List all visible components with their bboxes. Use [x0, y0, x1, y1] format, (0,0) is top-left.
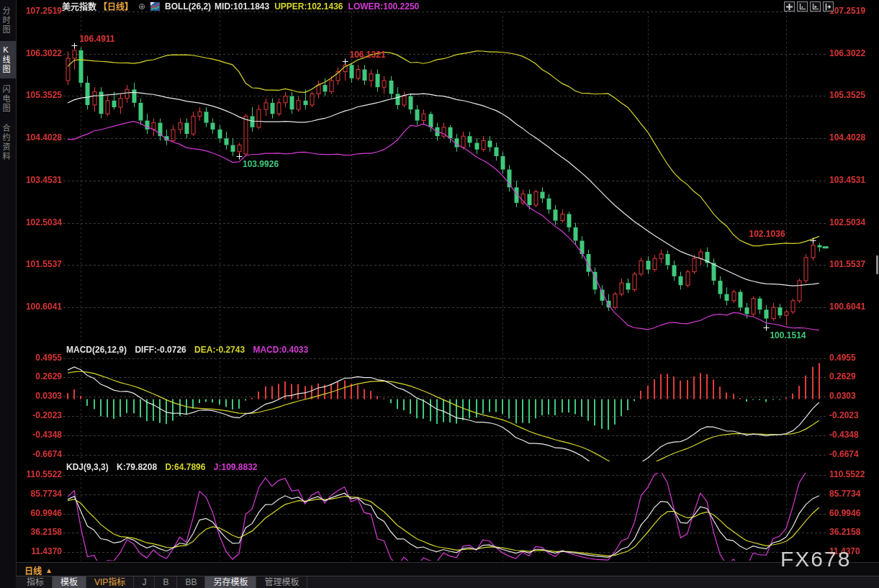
price-axis-label: 104.4028: [17, 132, 62, 143]
sidebar-tab-kline-chart[interactable]: K线图: [0, 41, 16, 78]
boll-mid-value: MID:101.1843: [215, 1, 269, 12]
triangle-up-icon: ▲: [45, 566, 53, 574]
app-window: 分时图 K线图 闪电图 合约资料 美元指数 【日线】 ⊕ BOLL(26,2) …: [0, 0, 879, 588]
tab-indicators[interactable]: 指标: [19, 576, 53, 588]
jump-latest-icon[interactable]: [823, 1, 834, 12]
kdj-d-value: D:64.7896: [165, 462, 205, 472]
price-axis-label: 103.4531: [829, 175, 865, 185]
price-axis-label: 107.2519: [17, 6, 62, 16]
tab-bb[interactable]: BB: [177, 576, 205, 588]
macd-axis-label: -0.6674: [17, 449, 62, 459]
kdj-axis-label: 110.5522: [829, 469, 865, 479]
price-annotation: 102.1036: [749, 229, 785, 239]
kdj-axis-label: 11.4370: [17, 546, 62, 556]
price-axis-label: 100.6041: [17, 302, 62, 312]
x-axis-bar: 日线 ▲: [16, 562, 879, 576]
sidebar-tab-flash-chart[interactable]: 闪电图: [0, 81, 16, 117]
kdj-panel-header: KDJ(9,3,3) K:79.8208 D:64.7896 J:109.883…: [66, 462, 263, 472]
tab-templates[interactable]: 模板: [53, 576, 86, 588]
price-axis-label: 102.5034: [17, 217, 62, 227]
tab-save-template[interactable]: 另存模板: [205, 576, 256, 588]
price-axis-label: 103.4531: [17, 175, 62, 185]
kdj-axis-label: 60.9946: [829, 508, 860, 518]
price-axis-label: 106.3022: [17, 48, 62, 58]
tab-j[interactable]: J: [134, 576, 155, 588]
kdj-indicator-label: KDJ(9,3,3): [66, 462, 109, 472]
price-annotation: 106.1321: [350, 50, 386, 60]
macd-diff-value: DIFF:-0.0726: [135, 345, 186, 355]
scrollbar-thumb[interactable]: [876, 255, 878, 274]
price-axis-label: 100.6041: [829, 302, 865, 312]
macd-axis-label: 0.4955: [17, 353, 62, 363]
macd-panel-header: MACD(26,12,9) DIFF:-0.0726 DEA:-0.2743 M…: [66, 345, 314, 355]
price-annotation: 103.9926: [243, 159, 279, 169]
boll-upper-value: UPPER:102.1436: [274, 1, 343, 12]
macd-indicator-label: MACD(26,12,9): [66, 345, 127, 355]
period-selector[interactable]: 日线 ▲: [22, 564, 55, 576]
expand-icon[interactable]: ⊕: [138, 1, 145, 12]
macd-axis-label: 0.0303: [17, 391, 62, 401]
price-axis-label: 104.4028: [829, 132, 865, 143]
kdj-axis-label: 110.5522: [17, 469, 62, 479]
period-selector-label: 日线: [24, 564, 42, 576]
price-axis-label: 105.3525: [17, 90, 62, 100]
x-scale-icon[interactable]: [797, 1, 808, 12]
kdj-axis-label: 85.7734: [17, 489, 62, 499]
macd-macd-value: MACD:0.4033: [253, 345, 308, 355]
chart-canvas[interactable]: [0, 0, 879, 588]
sidebar-tab-time-chart[interactable]: 分时图: [0, 2, 16, 39]
tab-manage-template[interactable]: 管理模板: [256, 576, 307, 588]
left-tab-rail: 分时图 K线图 闪电图 合约资料: [0, 0, 17, 588]
pan-crosshair-icon[interactable]: [784, 1, 795, 12]
macd-axis-label: -0.2023: [17, 410, 62, 420]
chart-header: 美元指数 【日线】 ⊕ BOLL(26,2) MID:101.1843 UPPE…: [62, 1, 419, 12]
macd-axis-label: -0.4348: [17, 430, 62, 440]
price-annotation: 100.1514: [770, 330, 806, 340]
auto-play-icon[interactable]: [810, 1, 821, 12]
sidebar-tab-contract-info[interactable]: 合约资料: [0, 119, 16, 166]
price-axis-label: 106.3022: [829, 48, 865, 58]
period-label: 【日线】: [99, 0, 133, 12]
chart-toolbar: [784, 1, 834, 12]
price-annotation: 106.4911: [79, 34, 114, 44]
price-axis-label: 101.5537: [17, 259, 62, 269]
macd-axis-label: -0.6674: [829, 449, 859, 459]
bottom-tab-bar: 指标 模板 VIP指标 J B BB 另存模板 管理模板: [16, 576, 879, 588]
macd-axis-label: 0.2629: [829, 371, 856, 381]
price-axis-label: 107.2519: [829, 6, 865, 16]
macd-axis-label: -0.2023: [829, 410, 859, 420]
tab-b[interactable]: B: [155, 576, 177, 588]
macd-dea-value: DEA:-0.2743: [194, 345, 245, 355]
kdj-axis-label: 85.7734: [829, 489, 860, 499]
kdj-k-value: K:79.8208: [117, 462, 157, 472]
kdj-axis-label: 36.2158: [17, 527, 62, 537]
mini-chart-icon[interactable]: [150, 2, 160, 11]
macd-axis-label: 0.2629: [17, 371, 62, 381]
price-axis-label: 101.5537: [829, 259, 865, 269]
boll-indicator-label: BOLL(26,2): [165, 1, 211, 12]
watermark: FX678: [780, 547, 851, 571]
kdj-axis-label: 60.9946: [17, 508, 62, 518]
price-axis-label: 105.3525: [829, 90, 865, 100]
tab-vip-indicators[interactable]: VIP指标: [86, 576, 134, 588]
macd-axis-label: 0.0303: [829, 391, 856, 401]
macd-axis-label: -0.4348: [829, 430, 859, 440]
symbol-name: 美元指数: [62, 0, 96, 12]
kdj-axis-label: 36.2158: [829, 527, 860, 537]
boll-lower-value: LOWER:100.2250: [348, 1, 420, 12]
kdj-j-value: J:109.8832: [214, 462, 258, 472]
price-axis-label: 102.5034: [829, 217, 865, 227]
macd-axis-label: 0.4955: [829, 353, 856, 363]
